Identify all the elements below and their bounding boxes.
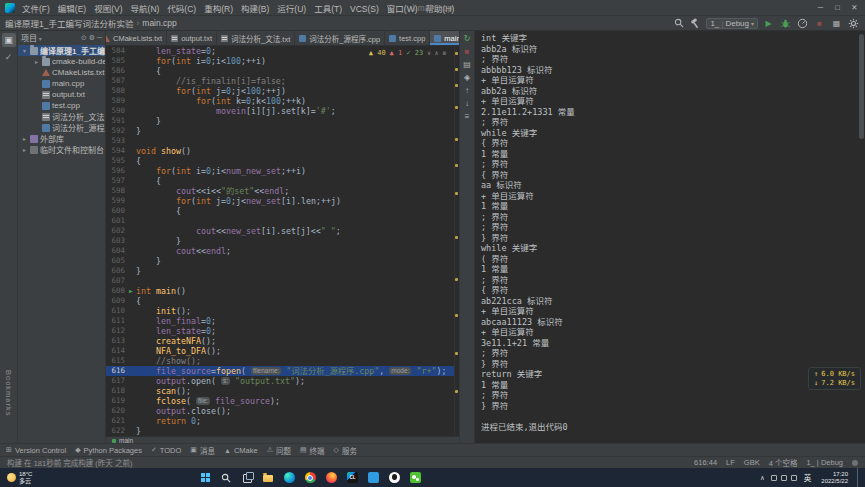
status-encoding[interactable]: GBK	[744, 458, 760, 467]
previous-problem-icon[interactable]: ∧	[435, 48, 439, 58]
search-icon[interactable]	[672, 17, 685, 30]
editor-tab[interactable]: 词法分析_源程序.cpp	[295, 31, 385, 45]
editor-tab[interactable]: test.cpp	[385, 31, 430, 45]
run-icon[interactable]: ▶	[762, 17, 775, 30]
rerun-icon[interactable]: ↻	[464, 34, 471, 44]
tree-item[interactable]: CMakeLists.txt	[18, 67, 105, 78]
code-editor[interactable]: 584 len_state=0;585 for(int i=0;i<100;++…	[106, 46, 459, 436]
taskbar-weather[interactable]: 18°C 多云	[3, 471, 36, 484]
minimize-button[interactable]: ─	[812, 0, 829, 15]
settings-icon[interactable]	[847, 17, 860, 30]
taskbar-app-task-view[interactable]	[238, 468, 256, 487]
toolwindow-todo-button[interactable]: ✓TODO	[151, 446, 181, 455]
menu-item[interactable]: 视图(V)	[90, 4, 126, 14]
taskbar-app-start[interactable]	[196, 468, 214, 487]
tree-item[interactable]: 词法分析_文法.txt	[18, 111, 105, 122]
tray-chevron-up-icon[interactable]: ∧	[758, 474, 767, 482]
menu-item[interactable]: 导航(N)	[127, 4, 164, 14]
project-panel-title[interactable]: 项目	[21, 32, 42, 43]
menu-item[interactable]: 编辑(E)	[54, 4, 90, 14]
taskbar-app-chrome[interactable]	[301, 468, 319, 487]
menu-item[interactable]: 重构(R)	[200, 4, 237, 14]
profiler-icon[interactable]	[796, 17, 809, 30]
breadcrumb-file[interactable]: main.cpp	[142, 18, 177, 28]
run-line-icon[interactable]: ▶	[129, 286, 133, 296]
locate-icon[interactable]: ⊙	[81, 34, 87, 42]
menu-icon[interactable]: ≡	[465, 112, 470, 122]
toolwindow-python-button[interactable]: ◆Python Packages	[75, 446, 142, 455]
taskbar-app-search[interactable]	[217, 468, 235, 487]
network-speed-widget[interactable]: ↑ 6.0 KB/s ↓ 7.2 KB/s	[808, 367, 861, 390]
menu-item[interactable]: 构建(B)	[237, 4, 273, 14]
taskbar-app-edge[interactable]	[280, 468, 298, 487]
status-cursor-position[interactable]: 616:44	[694, 458, 717, 467]
breadcrumb-project[interactable]: 编译原理1_手工编写词法分析实验	[5, 17, 133, 29]
collapse-icon[interactable]: ─	[97, 34, 102, 42]
notifications-icon[interactable]	[852, 460, 858, 466]
taskbar-app-firefox[interactable]	[322, 468, 340, 487]
tree-item[interactable]: ▸外部库	[18, 133, 105, 144]
up-icon[interactable]: ↑	[465, 86, 469, 96]
tree-item[interactable]: ▾编译原理1_手工编写词法分析实验	[18, 45, 105, 56]
taskbar-app-vscode[interactable]	[364, 468, 382, 487]
tray-c-icon[interactable]	[791, 475, 797, 481]
toolwindow-problems-button[interactable]: ⚠问题	[267, 445, 291, 456]
status-line-separator[interactable]: LF	[726, 458, 735, 467]
tool-stripe-commit-icon[interactable]: ✓	[2, 50, 16, 64]
next-problem-icon[interactable]: ∨	[427, 48, 431, 58]
project-tree[interactable]: ▾编译原理1_手工编写词法分析实验▸cmake-build-debugCMake…	[18, 44, 105, 443]
taskbar-app-qq[interactable]	[385, 468, 403, 487]
close-button[interactable]: ✕	[846, 0, 863, 15]
hammer-icon[interactable]	[689, 17, 702, 30]
menu-item[interactable]: 代码(C)	[163, 4, 200, 14]
tree-item[interactable]: ▸cmake-build-debug	[18, 56, 105, 67]
editor-tab[interactable]: main.cpp×	[430, 31, 459, 45]
tree-item[interactable]: main.cpp	[18, 78, 105, 89]
menu-item[interactable]: 运行(U)	[273, 4, 310, 14]
taskbar-clock[interactable]: 17:20 2022/5/22	[818, 471, 851, 485]
tree-item[interactable]: output.txt	[18, 89, 105, 100]
toolwindow-services-button[interactable]: ◇服务	[334, 445, 357, 456]
restore-icon[interactable]: ▤	[463, 60, 471, 70]
maximize-button[interactable]: □	[829, 0, 846, 15]
pin-icon[interactable]: ◈	[464, 73, 470, 83]
stop-icon[interactable]: ■	[465, 47, 470, 57]
toolwindow-vcs-button[interactable]: ⊞Version Control	[6, 446, 66, 455]
run-console-output[interactable]: int 关键字abb2a 标识符; 界符abbbb123 标识符+ 单目运算符a…	[475, 31, 858, 443]
editor-tab[interactable]: output.txt	[167, 31, 217, 45]
tree-item[interactable]: ▸临时文件和控制台	[18, 144, 105, 155]
tool-stripe-project-icon[interactable]: ▣	[2, 33, 16, 47]
tree-item[interactable]: 词法分析_源程序.cpp	[18, 122, 105, 133]
editor-error-stripe[interactable]	[454, 46, 459, 436]
debug-icon[interactable]	[779, 17, 792, 30]
toolwindow-cmake-button[interactable]: ▲CMake	[224, 446, 258, 455]
warnings-badge[interactable]: ▲ 40	[369, 48, 386, 58]
show-desktop-button[interactable]	[857, 468, 860, 487]
ime-indicator[interactable]: 英	[801, 472, 815, 483]
editor-tab[interactable]: CMakeLists.txt	[106, 31, 167, 45]
settings-icon[interactable]: ⚙	[89, 34, 95, 42]
down-icon[interactable]: ↓	[465, 99, 469, 109]
toolwindow-messages-button[interactable]: ▣消息	[190, 445, 215, 456]
menu-item[interactable]: VCS(S)	[346, 4, 383, 14]
status-run-config[interactable]: 1_ | Debug	[806, 458, 843, 467]
inspections-menu-icon[interactable]: ≡	[442, 48, 446, 58]
toolwindow-terminal-button[interactable]: ▤终端	[300, 445, 325, 456]
taskbar-app-file-explorer[interactable]	[259, 468, 277, 487]
tray-a-icon[interactable]	[771, 475, 777, 481]
run-scrollbar-thumb[interactable]	[859, 34, 864, 139]
errors-badge[interactable]: ▲ 1	[390, 48, 403, 58]
menu-item[interactable]: 工具(T)	[310, 4, 346, 14]
inspections-widget[interactable]: ▲ 40▲ 1✓ 23∨∧≡	[366, 47, 449, 59]
status-indent[interactable]: 4 个空格	[769, 457, 798, 468]
tool-stripe-bookmarks-label[interactable]: Bookmarks	[4, 370, 13, 417]
tree-item[interactable]: test.cpp	[18, 100, 105, 111]
editor-tab[interactable]: 词法分析_文法.txt	[217, 31, 295, 45]
menu-item[interactable]: 文件(F)	[18, 4, 54, 14]
run-config-selector[interactable]: 1_|Debug▾	[706, 18, 758, 29]
stop-icon[interactable]: ■	[813, 17, 826, 30]
resolved-badge[interactable]: ✓ 23	[406, 48, 423, 58]
grid-icon[interactable]: ▦	[830, 17, 843, 30]
taskbar-app-clion[interactable]: CL	[343, 468, 361, 487]
tray-b-icon[interactable]	[781, 475, 787, 481]
